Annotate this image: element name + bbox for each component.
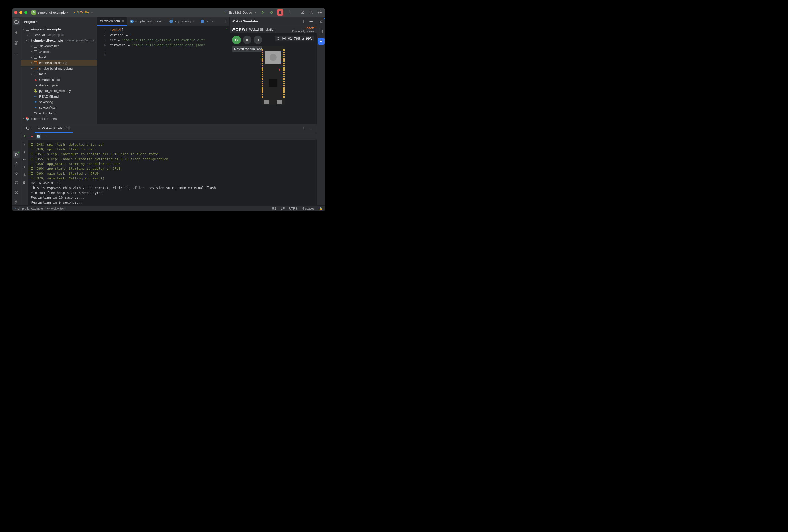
minimize-window-icon[interactable]	[19, 11, 22, 14]
tree-main[interactable]: ▸main	[21, 71, 97, 77]
bottom-tabs: Run WWokwi Simulator× ⋮ —	[21, 124, 316, 133]
wokwi-logo: WOKWI	[232, 27, 247, 32]
run-config-selector[interactable]: Esp32s3 Debug	[222, 11, 258, 15]
code-editor[interactable]: ✓ 123456 [wokwi] version = 1 elf = "cmak…	[97, 26, 230, 124]
wokwi-toggle-button[interactable]: 🔄	[36, 134, 41, 139]
stop-sim-button[interactable]	[243, 36, 252, 44]
tree-esp-idf[interactable]: ▸esp-idf~/esp/esp-idf	[21, 32, 97, 38]
soft-wrap-icon[interactable]: ↩	[22, 157, 27, 162]
run-config-label: Esp32s3 Debug	[229, 11, 252, 15]
project-badge: S	[32, 11, 36, 15]
esp-shield	[265, 51, 281, 64]
wokwi-user-badge[interactable]: Jozott Community License	[292, 26, 315, 33]
wokwi-tool-icon[interactable]: W	[317, 38, 324, 45]
vcs-branch-widget[interactable]: 482a8fb2	[73, 11, 93, 14]
tree-diagram-json[interactable]: {}diagram.json	[21, 82, 97, 88]
svg-rect-8	[15, 42, 16, 43]
indent-settings[interactable]: 4 spaces	[302, 207, 315, 210]
rerun-button[interactable]: ↻	[22, 134, 28, 139]
tab-wokwi-toml[interactable]: Wwokwi.toml×	[97, 17, 127, 26]
problems-tool-icon[interactable]	[13, 160, 20, 167]
notifications-icon[interactable]	[317, 18, 324, 25]
vcs-commit-hash: 482a8fb2	[77, 11, 90, 14]
stop-button[interactable]	[277, 9, 283, 16]
board-canvas[interactable]	[262, 46, 284, 105]
commit-tool-icon[interactable]	[13, 29, 20, 36]
project-selector[interactable]: simple-idf-example	[38, 11, 68, 15]
run-more-icon[interactable]: ⋮	[42, 134, 48, 139]
wokwi-panel-options-icon[interactable]: ⋮	[300, 18, 307, 25]
tree-root[interactable]: ▾simple-idf-example	[21, 26, 97, 32]
tab-app-startup[interactable]: capp_startup.c	[166, 17, 198, 26]
run-tool-icon[interactable]	[13, 151, 20, 158]
console-gutter: ↑ ↓ ↩ ⤓ 🖶 🗑	[21, 140, 28, 205]
structure-tool-icon[interactable]	[13, 40, 20, 47]
sim-controls	[232, 36, 262, 44]
run-button[interactable]	[260, 9, 266, 16]
bottom-panel-minimize-icon[interactable]: —	[308, 125, 315, 132]
services-tool-icon[interactable]	[13, 170, 20, 177]
settings-icon[interactable]	[316, 9, 323, 16]
scroll-to-end-icon[interactable]: ⤓	[22, 164, 27, 170]
more-run-actions[interactable]: ⋮	[285, 9, 292, 16]
search-everywhere-icon[interactable]	[308, 9, 315, 16]
breadcrumb[interactable]: ▫ simple-idf-example › W wokwi.toml	[15, 207, 66, 210]
more-tools-icon[interactable]: ⋯	[13, 50, 20, 57]
project-tool-icon[interactable]	[13, 18, 20, 25]
tab-overflow-icon[interactable]: ⋮	[222, 17, 230, 26]
tab-run[interactable]: Run	[22, 124, 35, 133]
tree-sdkconfig[interactable]: ≡sdkconfig	[21, 99, 97, 105]
code-content[interactable]: [wokwi] version = 1 elf = "cmake-build-d…	[108, 26, 230, 124]
database-tool-icon[interactable]	[317, 28, 324, 35]
git-tool-icon[interactable]	[13, 198, 20, 205]
esp32-board[interactable]	[262, 46, 284, 105]
restart-sim-button[interactable]	[232, 36, 241, 44]
tree-module[interactable]: ▾simple-idf-example~/development/wokwi.	[21, 38, 97, 43]
tree-build[interactable]: ▸build	[21, 54, 97, 60]
messages-tool-icon[interactable]	[13, 189, 20, 196]
tree-cmake-build-debug[interactable]: ▸cmake-build-debug	[21, 60, 97, 65]
project-panel-header[interactable]: Project	[21, 17, 97, 26]
wokwi-panel: Wokwi Simulator ⋮ — WOKWI Wokwi Simulati…	[230, 17, 316, 124]
close-tab-icon[interactable]: ×	[122, 19, 124, 23]
close-window-icon[interactable]	[14, 11, 17, 14]
tree-cmakelists[interactable]: 🔺CMakeLists.txt	[21, 77, 97, 82]
tree-external-libs[interactable]: ▸📚External Libraries	[21, 116, 97, 121]
tree-wokwi-toml[interactable]: Wwokwi.toml	[21, 110, 97, 116]
scroll-up-icon[interactable]: ↑	[22, 141, 27, 147]
tree-sdkconfig-ci[interactable]: ≡sdkconfig.ci	[21, 105, 97, 110]
project-tree[interactable]: ▾simple-idf-example ▸esp-idf~/esp/esp-id…	[21, 26, 97, 124]
tree-devcontainer[interactable]: ▸.devcontainer	[21, 43, 97, 49]
tree-pytest[interactable]: 🐍pytest_hello_world.py	[21, 88, 97, 94]
wokwi-simulator-view[interactable]: WOKWI Wokwi Simulation Jozott Community …	[230, 26, 316, 124]
svg-point-6	[15, 33, 16, 34]
wokwi-panel-minimize-icon[interactable]: —	[308, 18, 315, 25]
console-output[interactable]: I (348) spi_flash: detected chip: gdI (3…	[28, 140, 316, 205]
debug-button[interactable]	[268, 9, 275, 16]
tree-vscode[interactable]: ▸.vscode	[21, 49, 97, 54]
inspection-ok-icon[interactable]: ✓	[225, 27, 228, 31]
tab-simple-test-main[interactable]: csimple_test_main.c	[127, 17, 166, 26]
line-separator[interactable]: LF	[281, 207, 284, 210]
terminal-tool-icon[interactable]	[13, 179, 20, 186]
editor-area: Wwokwi.toml× csimple_test_main.c capp_st…	[97, 17, 230, 124]
tree-readme[interactable]: M↓README.md	[21, 94, 97, 99]
file-encoding[interactable]: UTF-8	[289, 207, 298, 210]
svg-rect-11	[257, 39, 257, 41]
tab-port-c[interactable]: cport.c	[198, 17, 217, 26]
readonly-lock-icon[interactable]	[319, 207, 322, 210]
bottom-panel-options-icon[interactable]: ⋮	[300, 125, 307, 132]
svg-rect-10	[15, 43, 16, 45]
stop-run-button[interactable]: ■	[29, 134, 35, 139]
maximize-window-icon[interactable]	[24, 11, 27, 14]
bottom-left-toolbar	[12, 150, 21, 205]
code-with-me-icon[interactable]	[299, 9, 306, 16]
print-icon[interactable]: 🖶	[22, 172, 27, 178]
scroll-down-icon[interactable]: ↓	[22, 149, 27, 155]
tree-cmake-build-my-debug[interactable]: ▸cmake-build-my-debug	[21, 65, 97, 71]
tab-wokwi-simulator[interactable]: WWokwi Simulator×	[35, 124, 73, 133]
cursor-position[interactable]: 5:1	[272, 207, 276, 210]
clear-console-icon[interactable]: 🗑	[22, 180, 27, 185]
close-tab-icon[interactable]: ×	[68, 126, 70, 130]
pause-sim-button[interactable]	[254, 36, 262, 44]
